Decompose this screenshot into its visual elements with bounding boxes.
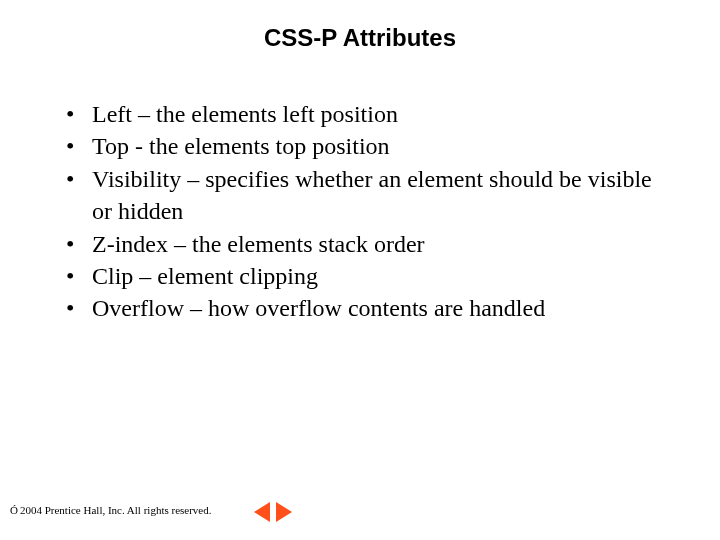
- list-item: Z-index – the elements stack order: [60, 228, 660, 260]
- slide-title: CSS-P Attributes: [0, 24, 720, 52]
- list-item: Clip – element clipping: [60, 260, 660, 292]
- slide: CSS-P Attributes Left – the elements lef…: [0, 0, 720, 540]
- list-item: Left – the elements left position: [60, 98, 660, 130]
- list-item: Overflow – how overflow contents are han…: [60, 292, 660, 324]
- list-item: Visibility – specifies whether an elemen…: [60, 163, 660, 228]
- prev-slide-button[interactable]: [254, 502, 270, 522]
- nav-controls: [254, 502, 292, 522]
- copyright-symbol: Ó: [10, 504, 18, 516]
- list-item: Top - the elements top position: [60, 130, 660, 162]
- slide-body: Left – the elements left position Top - …: [60, 98, 660, 325]
- next-slide-button[interactable]: [276, 502, 292, 522]
- bullet-list: Left – the elements left position Top - …: [60, 98, 660, 325]
- copyright-text: 2004 Prentice Hall, Inc. All rights rese…: [20, 504, 212, 516]
- footer: Ó 2004 Prentice Hall, Inc. All rights re…: [10, 504, 212, 516]
